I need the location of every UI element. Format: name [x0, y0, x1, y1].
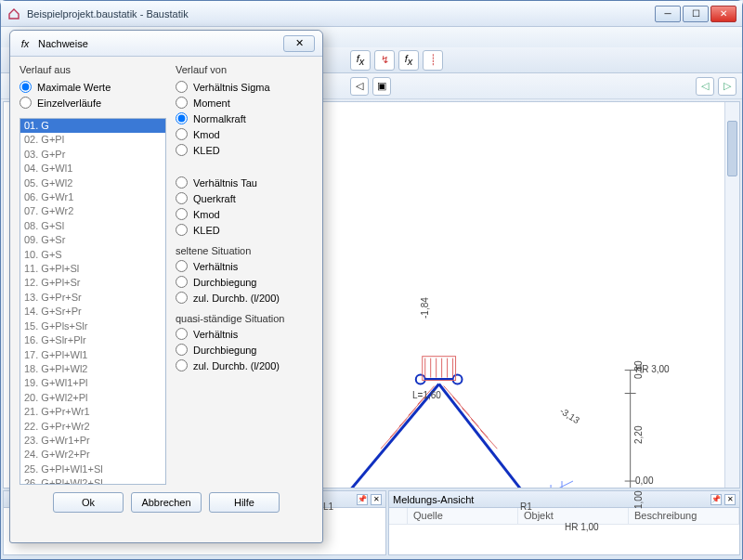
- svg-line-1: [439, 384, 536, 488]
- window-title: Beispielprojekt.baustatik - Baustatik: [27, 8, 189, 20]
- nav-box-button[interactable]: ▣: [372, 77, 391, 96]
- radio-b-2[interactable]: Kmod: [176, 208, 313, 220]
- nav-right-button[interactable]: ▷: [718, 77, 736, 96]
- box-icon: ▣: [377, 80, 386, 92]
- toolbar-w-button[interactable]: ↯: [374, 50, 395, 71]
- radio-input-a-3[interactable]: [176, 128, 188, 140]
- radio-b-1[interactable]: Querkraft: [176, 192, 313, 204]
- radio-input-a-4[interactable]: [176, 144, 188, 156]
- ruler-100: 1,00: [633, 491, 644, 509]
- radio-b-0[interactable]: Verhältnis Tau: [176, 176, 313, 189]
- list-item[interactable]: 03. G+Pr: [20, 148, 165, 162]
- list-item[interactable]: 23. G+Wr1+Pr: [20, 434, 165, 448]
- cancel-button[interactable]: Abbrechen: [131, 492, 202, 513]
- radio-a-3[interactable]: Kmod: [176, 128, 313, 140]
- list-item[interactable]: 11. G+Pl+Sl: [20, 262, 165, 276]
- col-beschreibung[interactable]: Beschreibung: [629, 508, 739, 524]
- vertical-scrollbar[interactable]: [724, 102, 739, 488]
- ruler-080: 0,80: [633, 361, 644, 379]
- minimize-button[interactable]: ─: [655, 6, 681, 22]
- radio-input-c-1[interactable]: [176, 276, 188, 288]
- list-item[interactable]: 01. G: [20, 119, 165, 133]
- radio-einzel-input[interactable]: [20, 97, 32, 109]
- toolbar-fx-1-button[interactable]: fx: [350, 50, 371, 71]
- radio-max-werte-input[interactable]: [20, 81, 32, 93]
- panel-left-pin-icon[interactable]: 📌: [357, 494, 368, 505]
- radio-input-b-2[interactable]: [176, 208, 188, 220]
- toolbar-marker-button[interactable]: ┊: [423, 50, 443, 71]
- list-item[interactable]: 24. G+Wr2+Pr: [20, 448, 165, 462]
- list-item[interactable]: 09. G+Sr: [20, 233, 165, 247]
- toolbar-fx-2-button[interactable]: fx: [398, 50, 419, 71]
- radio-c-0[interactable]: Verhältnis: [176, 260, 313, 272]
- col-quelle[interactable]: Quelle: [408, 508, 518, 524]
- radio-input-d-2[interactable]: [176, 359, 188, 371]
- radio-input-a-1[interactable]: [176, 97, 188, 109]
- panel-meldungs-header: Meldungs-Ansicht 📌 ✕: [389, 491, 739, 508]
- panel-meldungs-pin-icon[interactable]: 📌: [710, 494, 722, 505]
- cancel-label: Abbrechen: [141, 497, 190, 508]
- list-item[interactable]: 04. G+Wl1: [20, 162, 165, 176]
- radio-d-2[interactable]: zul. Durchb. (l/200): [176, 359, 313, 371]
- list-item[interactable]: 15. G+Pls+Slr: [20, 319, 165, 333]
- radio-a-4[interactable]: KLED: [176, 144, 313, 156]
- panel-meldungs-title: Meldungs-Ansicht: [393, 494, 474, 505]
- list-item[interactable]: 26. G+Pl+Wl2+Sl: [20, 476, 165, 485]
- radio-a-0[interactable]: Verhältnis Sigma: [176, 81, 313, 93]
- list-item[interactable]: 22. G+Pr+Wr2: [20, 420, 165, 434]
- radio-input-c-2[interactable]: [176, 292, 188, 304]
- combo-listbox[interactable]: 01. G02. G+Pl03. G+Pr04. G+Wl105. G+Wl20…: [20, 118, 166, 485]
- list-item[interactable]: 12. G+Pl+Sr: [20, 276, 165, 290]
- radio-c-2[interactable]: zul. Durchb. (l/200): [176, 292, 313, 304]
- radio-input-a-2[interactable]: [176, 112, 188, 124]
- radio-input-d-1[interactable]: [176, 344, 188, 356]
- maximize-button[interactable]: ☐: [683, 6, 709, 22]
- list-item[interactable]: 17. G+Pl+Wl1: [20, 348, 165, 362]
- svg-rect-15: [423, 357, 456, 381]
- panel-meldungs-close-icon[interactable]: ✕: [724, 494, 736, 505]
- radio-input-b-3[interactable]: [176, 224, 188, 236]
- list-item[interactable]: 10. G+S: [20, 248, 165, 262]
- nav-left-button[interactable]: ◁: [350, 77, 369, 96]
- radio-max-werte-label: Maximale Werte: [37, 82, 111, 93]
- help-button[interactable]: Hilfe: [209, 492, 280, 513]
- list-item[interactable]: 05. G+Wl2: [20, 176, 165, 190]
- quasi-label: quasi-ständige Situation: [176, 313, 313, 324]
- list-item[interactable]: 07. G+Wr2: [20, 204, 165, 218]
- radio-input-a-0[interactable]: [176, 81, 188, 93]
- radio-label-b-0: Verhältnis Tau: [193, 177, 257, 189]
- dialog-close-button[interactable]: ✕: [283, 35, 315, 52]
- ok-button[interactable]: Ok: [53, 492, 124, 513]
- col-blank[interactable]: [389, 508, 408, 524]
- close-button[interactable]: ✕: [710, 6, 736, 22]
- radio-d-0[interactable]: Verhältnis: [176, 328, 313, 340]
- radio-b-3[interactable]: KLED: [176, 224, 313, 236]
- radio-d-1[interactable]: Durchbiegung: [176, 344, 313, 356]
- list-item[interactable]: 08. G+Sl: [20, 219, 165, 233]
- radio-a-1[interactable]: Moment: [176, 97, 313, 109]
- radio-einzelverlaeufe[interactable]: Einzelverläufe: [20, 97, 159, 109]
- panel-left-close-icon[interactable]: ✕: [371, 494, 382, 505]
- list-item[interactable]: 13. G+Pr+Sr: [20, 291, 165, 305]
- list-item[interactable]: 02. G+Pl: [20, 133, 165, 147]
- list-item[interactable]: 19. G+Wl1+Pl: [20, 376, 165, 390]
- ruler-000: 0,00: [635, 475, 653, 486]
- list-item[interactable]: 18. G+Pl+Wl2: [20, 362, 165, 376]
- radio-max-werte[interactable]: Maximale Werte: [20, 81, 159, 93]
- list-item[interactable]: 14. G+Sr+Pr: [20, 305, 165, 319]
- scrollbar-thumb[interactable]: [727, 121, 737, 176]
- list-item[interactable]: 06. G+Wr1: [20, 190, 165, 204]
- dialog-title: Nachweise: [38, 38, 88, 49]
- radio-input-b-1[interactable]: [176, 192, 188, 204]
- list-item[interactable]: 25. G+Pl+Wl1+Sl: [20, 462, 165, 476]
- radio-input-d-0[interactable]: [176, 328, 188, 340]
- list-item[interactable]: 21. G+Pr+Wr1: [20, 405, 165, 419]
- radio-input-c-0[interactable]: [176, 260, 188, 272]
- radio-c-1[interactable]: Durchbiegung: [176, 276, 313, 288]
- radio-input-b-0[interactable]: [176, 176, 188, 189]
- list-item[interactable]: 20. G+Wl2+Pl: [20, 391, 165, 405]
- nav-left2-button[interactable]: ◁: [696, 77, 714, 96]
- list-item[interactable]: 16. G+Slr+Plr: [20, 333, 165, 347]
- radio-a-2[interactable]: Normalkraft: [176, 112, 313, 124]
- titlebar: Beispielprojekt.baustatik - Baustatik ─ …: [1, 1, 742, 27]
